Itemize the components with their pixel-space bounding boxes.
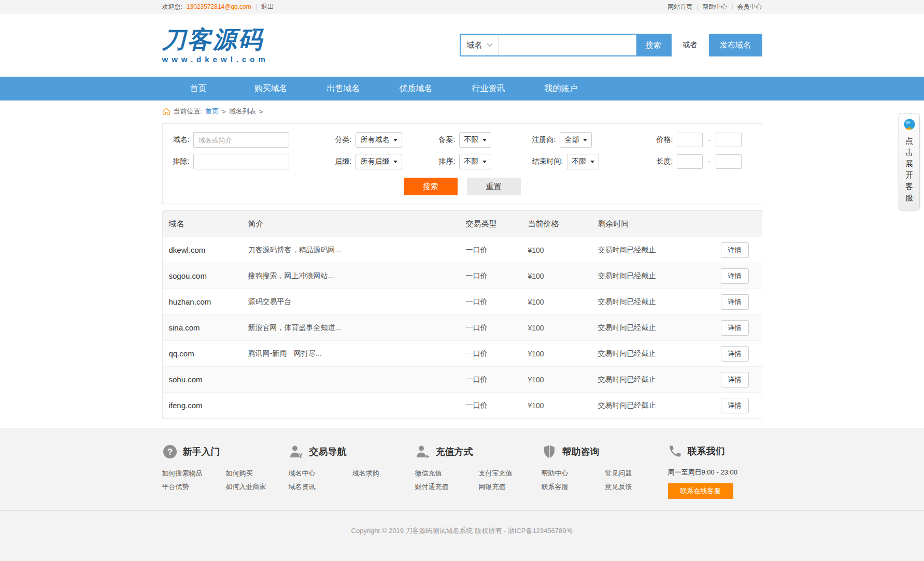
footer-link[interactable]: 域名资讯 [289,482,343,492]
nav-item-my-account[interactable]: 我的账户 [525,77,598,100]
detail-button[interactable]: 详情 [721,242,749,258]
nav-item-sell-domain[interactable]: 出售域名 [307,77,380,100]
table-header: 域名 简介 交易类型 当前价格 剩余时间 [163,211,762,237]
breadcrumb-separator: > [222,108,226,116]
trade-person-icon: ¥ [289,444,304,459]
footer-link[interactable]: 网银充值 [479,482,542,492]
main-nav: 首页 购买域名 出售域名 优质域名 行业资讯 我的账户 [0,77,924,100]
search-category-select[interactable]: 域名 [461,35,499,55]
col-header-remaining: 剩余时间 [598,219,720,229]
cell-price: ¥100 [528,350,598,358]
filter-search-button[interactable]: 搜索 [404,178,458,195]
nav-item-buy-domain[interactable]: 购买域名 [235,77,307,100]
range-separator: - [708,157,710,166]
nav-item-premium-domain[interactable]: 优质域名 [380,77,452,100]
record-select[interactable]: 不限 [459,132,491,148]
footer-link[interactable]: 如何入驻商家 [226,482,289,492]
suffix-filter-label: 后缀: [335,157,352,166]
footer-link[interactable]: 域名求购 [352,469,415,478]
length-max-input[interactable] [716,154,742,169]
filter-reset-button[interactable]: 重置 [467,178,521,195]
cell-desc: 刀客源码博客，精品源码网... [248,246,466,255]
endtime-filter-label: 结束时间: [532,157,563,166]
cell-type: 一口价 [466,297,528,307]
footer-col-help: 帮助咨询 帮助中心 常见问题 联系客服 意见反馈 [542,444,668,499]
user-email-link[interactable]: 13023572814@qq.com [187,3,251,10]
price-min-input[interactable] [677,133,703,147]
cell-type: 一口价 [466,375,528,384]
footer-link[interactable]: 意见反馈 [605,482,668,492]
footer-link[interactable]: 财付通充值 [415,482,470,492]
cell-domain: sina.com [163,323,248,332]
topbar-link-member[interactable]: 会员中心 [737,3,762,11]
detail-button[interactable]: 详情 [721,320,749,336]
caret-down-icon [590,161,594,165]
svg-text:¥: ¥ [298,452,303,459]
header: 刀客源码 www.dkewl.com 域名 搜索 或者 发布域名 [0,13,924,77]
svg-text:?: ? [167,447,172,457]
record-filter-label: 备案: [439,135,456,145]
topbar-link-help[interactable]: 帮助中心 [702,3,727,11]
logout-link[interactable]: 退出 [261,3,274,11]
footer-link[interactable]: 平台优势 [162,482,217,492]
footer-link[interactable]: 微信充值 [415,469,470,478]
category-select-value: 所有域名 [360,135,389,145]
contact-online-service-button[interactable]: 联系在线客服 [668,483,733,499]
cell-type: 一口价 [466,271,528,281]
search-button[interactable]: 搜索 [636,35,671,55]
caret-down-icon [482,139,487,143]
nav-item-industry-news[interactable]: 行业资讯 [452,77,525,100]
exclude-filter-input[interactable] [193,154,289,169]
footer-col-title: 充值方式 [436,445,473,458]
footer-col-trade: ¥ 交易导航 域名中心 域名求购 域名资讯 [289,444,415,499]
registrar-select[interactable]: 全部 [560,132,592,148]
cell-desc: 腾讯网-新闻一网打尽... [248,349,466,358]
topbar-link-home[interactable]: 网站首页 [667,3,692,11]
suffix-select[interactable]: 所有后缀 [356,154,402,169]
chevron-down-icon [487,43,493,47]
footer-link[interactable]: 联系客服 [542,482,596,492]
footer-link[interactable]: 如何搜索物品 [162,469,217,478]
cell-domain: sohu.com [163,375,248,384]
site-logo[interactable]: 刀客源码 www.dkewl.com [162,27,269,63]
breadcrumb-label: 当前位置: [174,107,203,116]
table-row: sina.com 新浪官网，体育盛事全知道... 一口价 ¥100 交易时间已经… [163,314,762,340]
cell-domain: huzhan.com [163,297,248,306]
customer-service-widget[interactable]: 点击展开客服 [899,113,920,210]
detail-button[interactable]: 详情 [721,268,749,284]
detail-button[interactable]: 详情 [721,398,749,413]
caret-down-icon [482,161,487,165]
category-select[interactable]: 所有域名 [356,132,402,148]
breadcrumb-separator: > [259,108,263,116]
table-row: huzhan.com 源码交易平台 一口价 ¥100 交易时间已经截止 详情 [163,289,762,314]
sort-select[interactable]: 不限 [459,154,491,169]
footer-link[interactable]: 常见问题 [605,469,668,478]
endtime-select[interactable]: 不限 [567,154,599,169]
cell-remaining: 交易时间已经截止 [598,246,720,255]
length-min-input[interactable] [677,154,703,169]
publish-domain-button[interactable]: 发布域名 [709,34,762,56]
footer-col-title: 联系我们 [688,445,725,457]
price-max-input[interactable] [716,133,742,147]
record-select-value: 不限 [464,135,478,145]
domain-filter-input[interactable] [193,132,289,148]
footer-col-title: 帮助咨询 [562,445,600,458]
detail-button[interactable]: 详情 [721,294,749,310]
footer-link[interactable]: 域名中心 [289,469,343,478]
breadcrumb-home-link[interactable]: 首页 [205,107,219,116]
caret-down-icon [393,161,397,165]
category-filter-label: 分类: [335,135,352,145]
table-row: ifeng.com 一口价 ¥100 交易时间已经截止 详情 [163,392,762,418]
footer-link[interactable]: 如何购买 [226,469,289,478]
cell-remaining: 交易时间已经截止 [598,323,720,333]
cell-price: ¥100 [528,246,598,254]
search-category-value: 域名 [467,40,482,50]
footer-link[interactable]: 帮助中心 [542,469,596,478]
detail-button[interactable]: 详情 [721,372,749,387]
detail-button[interactable]: 详情 [721,346,749,362]
nav-item-home[interactable]: 首页 [162,77,235,100]
welcome-label: 欢迎您: [162,3,182,11]
table-row: sogou.com 搜狗搜索，网上冲浪网站... 一口价 ¥100 交易时间已经… [163,263,762,289]
footer-link[interactable]: 支付宝充值 [479,469,542,478]
search-input[interactable] [499,35,636,55]
